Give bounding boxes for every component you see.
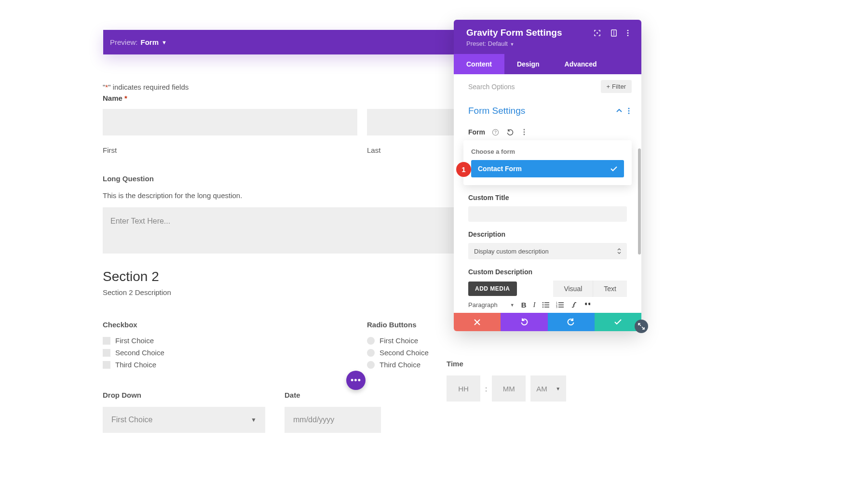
form-settings-title: Form Settings — [468, 106, 525, 116]
choose-form-label: Choose a form — [471, 148, 624, 155]
redo-button[interactable] — [548, 313, 595, 331]
close-icon — [474, 319, 480, 325]
panel-title: Gravity Form Settings — [466, 27, 562, 38]
check-icon — [614, 319, 622, 325]
checkbox-group: Checkbox First Choice Second Choice Thir… — [103, 321, 357, 373]
filter-button[interactable]: + Filter — [601, 80, 632, 93]
undo-icon — [520, 318, 528, 326]
time-mm-input[interactable]: MM — [492, 375, 526, 402]
italic-icon[interactable]: I — [533, 301, 535, 309]
settings-panel: Gravity Form Settings Preset: Default ▼ … — [454, 20, 641, 331]
caret-down-icon: ▼ — [509, 42, 514, 47]
custom-description-label: Custom Description — [468, 268, 627, 276]
preview-label: Preview: — [110, 38, 138, 46]
panel-footer — [454, 313, 641, 331]
quote-icon[interactable] — [584, 302, 592, 308]
svg-text:3: 3 — [556, 306, 557, 308]
preset-selector[interactable]: Preset: Default ▼ — [466, 40, 629, 47]
checkbox-option[interactable]: Third Choice — [103, 361, 357, 369]
svg-point-13 — [524, 134, 525, 135]
svg-point-0 — [597, 32, 598, 34]
tab-content[interactable]: Content — [454, 54, 504, 74]
svg-point-11 — [524, 129, 525, 131]
time-hh-input[interactable]: HH — [447, 375, 480, 402]
link-icon[interactable] — [570, 301, 578, 308]
undo-icon[interactable] — [505, 128, 514, 136]
date-header: Date — [285, 391, 447, 399]
svg-text:?: ? — [494, 130, 496, 134]
panel-header: Gravity Form Settings Preset: Default ▼ — [454, 20, 641, 54]
tab-design[interactable]: Design — [504, 54, 552, 74]
search-input[interactable]: Search Options — [468, 83, 515, 91]
preview-value: Form — [141, 38, 159, 46]
checkbox-option[interactable]: First Choice — [103, 336, 357, 345]
svg-point-14 — [542, 302, 543, 303]
chevron-up-icon[interactable] — [616, 109, 622, 113]
description-select[interactable]: Display custom description — [468, 243, 627, 259]
tab-advanced[interactable]: Advanced — [552, 54, 610, 74]
svg-point-4 — [627, 32, 629, 34]
time-header: Time — [447, 360, 572, 368]
date-input[interactable]: mm/dd/yyyy — [285, 407, 381, 433]
svg-point-16 — [542, 304, 543, 305]
checkbox-option[interactable]: Second Choice — [103, 349, 357, 357]
svg-point-7 — [628, 110, 630, 112]
radio-option[interactable]: Second Choice — [367, 349, 622, 357]
svg-point-18 — [542, 307, 543, 308]
number-list-icon[interactable]: 123 — [556, 302, 564, 308]
dropdown-select[interactable]: First Choice ▼ — [103, 407, 265, 433]
sort-icon — [617, 248, 621, 254]
visual-tab[interactable]: Visual — [553, 281, 593, 297]
more-vert-icon[interactable] — [520, 128, 529, 136]
svg-point-8 — [628, 113, 630, 114]
checkbox-icon — [103, 361, 110, 369]
tablet-icon[interactable] — [610, 29, 617, 37]
close-button[interactable] — [454, 313, 501, 331]
dropdown-header: Drop Down — [103, 391, 265, 399]
first-sublabel: First — [103, 146, 357, 154]
selected-form-option[interactable]: Contact Form — [471, 160, 624, 177]
caret-down-icon: ▼ — [510, 303, 515, 308]
radio-icon — [367, 337, 375, 345]
undo-button[interactable] — [501, 313, 547, 331]
paragraph-format-select[interactable]: Paragraph ▼ — [468, 301, 515, 308]
panel-tabs: Content Design Advanced — [454, 54, 641, 74]
svg-point-3 — [627, 29, 629, 31]
form-label: Form — [468, 128, 485, 136]
radio-option[interactable]: First Choice — [367, 336, 622, 345]
checkbox-header: Checkbox — [103, 321, 357, 329]
radio-icon — [367, 361, 375, 369]
bold-icon[interactable]: B — [521, 301, 527, 309]
form-dropdown: 1 Choose a form Contact Form — [463, 140, 632, 185]
add-media-button[interactable]: ADD MEDIA — [468, 282, 517, 296]
chevron-down-icon: ▼ — [251, 416, 257, 423]
svg-point-5 — [627, 35, 629, 36]
bullet-list-icon[interactable] — [542, 302, 549, 308]
help-icon[interactable]: ? — [491, 128, 500, 136]
expand-fab[interactable] — [635, 320, 648, 333]
checkbox-icon — [103, 349, 110, 357]
time-ampm-select[interactable]: AM ▼ — [530, 375, 566, 402]
caret-down-icon: ▼ — [162, 40, 167, 45]
more-actions-fab[interactable]: ••• — [346, 371, 366, 390]
focus-icon[interactable] — [594, 29, 601, 37]
callout-marker-1: 1 — [456, 162, 471, 177]
time-colon: : — [485, 385, 487, 393]
custom-title-input[interactable] — [468, 206, 627, 222]
check-icon — [610, 166, 617, 172]
expand-icon — [638, 323, 645, 330]
more-vert-icon[interactable] — [628, 107, 630, 114]
more-vert-icon[interactable] — [627, 29, 629, 37]
time-group: Time HH : MM AM ▼ — [447, 360, 572, 402]
save-button[interactable] — [595, 313, 641, 331]
custom-title-label: Custom Title — [468, 194, 627, 201]
chevron-down-icon: ▼ — [556, 386, 560, 391]
scrollbar[interactable] — [638, 148, 641, 255]
svg-point-12 — [524, 132, 525, 133]
checkbox-icon — [103, 337, 110, 345]
text-tab[interactable]: Text — [593, 281, 627, 297]
radio-icon — [367, 349, 375, 357]
first-name-input[interactable] — [103, 109, 357, 135]
panel-body: Search Options + Filter Form Settings Fo… — [454, 74, 641, 331]
description-label: Description — [468, 230, 627, 238]
